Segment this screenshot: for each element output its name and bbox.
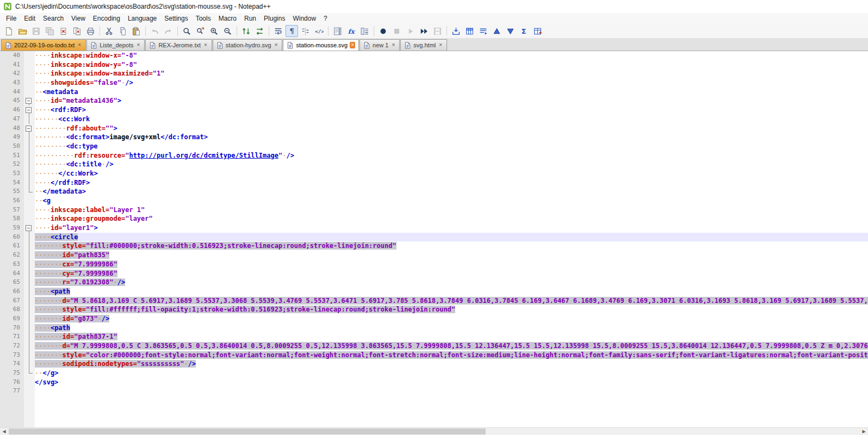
close-all-icon[interactable] — [71, 25, 83, 37]
cut-icon[interactable] — [103, 25, 115, 37]
fold-margin[interactable]: − — [24, 124, 35, 133]
code-line-57[interactable]: 57····inkscape:label="Layer 1" — [0, 206, 868, 215]
line-number[interactable]: 71 — [0, 332, 24, 341]
line-number[interactable]: 77 — [0, 387, 24, 396]
code-line-76[interactable]: 76</svg> — [0, 378, 868, 387]
code-line-68[interactable]: 68·······style="fill:#ffffff;fill-opacit… — [0, 305, 868, 314]
line-number[interactable]: 50 — [0, 142, 24, 151]
line-number[interactable]: 70 — [0, 324, 24, 333]
line-number[interactable]: 64 — [0, 269, 24, 278]
menu-item-encoding[interactable]: Encoding — [89, 14, 124, 23]
sync-horizontal-icon[interactable] — [253, 25, 266, 37]
save-all-icon[interactable] — [44, 25, 56, 37]
menu-item-plugins[interactable]: Plugins — [260, 14, 289, 23]
menu-item-view[interactable]: View — [67, 14, 89, 23]
line-number[interactable]: 72 — [0, 341, 24, 351]
line-number[interactable]: 56 — [0, 196, 24, 206]
code-line-45[interactable]: 45−····id="metadata1436"> — [0, 96, 868, 105]
tab-close-icon[interactable]: × — [203, 42, 208, 48]
code-line-75[interactable]: 75··</g> — [0, 369, 868, 378]
code-line-58[interactable]: 58····inkscape:groupmode="layer" — [0, 214, 868, 223]
find-icon[interactable] — [181, 25, 193, 37]
tab-close-icon[interactable]: × — [438, 42, 443, 48]
horizontal-scrollbar[interactable]: ◀ ▶ — [0, 427, 868, 435]
code-line-47[interactable]: 47······<cc:Work — [0, 115, 868, 124]
close-icon[interactable] — [57, 25, 70, 37]
code-line-46[interactable]: 46−····<rdf:RDF> — [0, 105, 868, 115]
line-number[interactable]: 44 — [0, 88, 24, 97]
line-number[interactable]: 41 — [0, 60, 24, 70]
function-list-icon[interactable]: fx — [345, 25, 357, 37]
line-number[interactable]: 52 — [0, 160, 24, 169]
tab-close-icon[interactable]: × — [77, 42, 82, 48]
plugin-sort-desc-icon[interactable] — [504, 25, 517, 37]
line-number[interactable]: 63 — [0, 260, 24, 269]
scroll-right-arrow-icon[interactable]: ▶ — [860, 428, 868, 435]
tab-close-icon[interactable]: × — [274, 42, 279, 48]
code-line-43[interactable]: 43····showguides="false"·/> — [0, 78, 868, 88]
line-number[interactable]: 73 — [0, 351, 24, 360]
menu-item-edit[interactable]: Edit — [20, 14, 39, 23]
sync-vertical-icon[interactable] — [240, 25, 252, 37]
save-icon[interactable] — [30, 25, 42, 37]
document-map-icon[interactable] — [331, 25, 344, 37]
fold-collapse-icon[interactable]: − — [26, 98, 32, 104]
fold-collapse-icon[interactable]: − — [26, 126, 32, 132]
menu-item-window[interactable]: Window — [289, 14, 320, 23]
line-number[interactable]: 58 — [0, 214, 24, 223]
code-line-60[interactable]: 60····<circle — [0, 233, 868, 242]
line-number[interactable]: 51 — [0, 151, 24, 160]
replace-icon[interactable] — [194, 25, 207, 37]
print-icon[interactable] — [84, 25, 97, 37]
tab-2022-09-19-os-todo-txt[interactable]: 2022-09-19-os-todo.txt× — [1, 39, 86, 51]
tab-station-mousse-svg[interactable]: station-mousse.svg× — [283, 39, 359, 51]
code-line-77[interactable]: 77 — [0, 387, 868, 396]
line-number[interactable]: 43 — [0, 78, 24, 88]
zoom-out-icon[interactable] — [221, 25, 234, 37]
plugin-sort-asc-icon[interactable] — [491, 25, 503, 37]
code-line-44[interactable]: 44··<metadata — [0, 88, 868, 97]
menu-item-run[interactable]: Run — [240, 14, 260, 23]
line-number[interactable]: 68 — [0, 305, 24, 314]
code-line-42[interactable]: 42····inkscape:window-maximized="1" — [0, 69, 868, 78]
plugin-align-icon[interactable] — [477, 25, 489, 37]
line-number[interactable]: 60 — [0, 233, 24, 242]
editor[interactable]: 40····inkscape:window-x="-8"41····inksca… — [0, 51, 868, 435]
code-line-49[interactable]: 49········<dc:format>image/svg+xml</dc:f… — [0, 133, 868, 142]
tab-close-icon[interactable]: × — [390, 42, 396, 48]
tab-new-1[interactable]: new 1× — [359, 39, 400, 51]
line-number[interactable]: 75 — [0, 369, 24, 378]
code-line-65[interactable]: 65·······r="7.0192308"·/> — [0, 278, 868, 287]
line-number[interactable]: 76 — [0, 378, 24, 387]
fold-margin[interactable]: − — [24, 105, 35, 115]
code-line-53[interactable]: 53······</cc:Work> — [0, 169, 868, 178]
line-number[interactable]: 69 — [0, 314, 24, 324]
plugin-sum-icon[interactable]: Σ — [518, 25, 530, 37]
code-line-51[interactable]: 51··········rdf:resource="http://purl.or… — [0, 151, 868, 160]
code-line-69[interactable]: 69·······id="g873"·/> — [0, 314, 868, 324]
new-file-icon[interactable] — [3, 25, 15, 37]
undo-icon[interactable] — [148, 25, 161, 37]
fold-collapse-icon[interactable]: − — [26, 225, 32, 231]
code-line-70[interactable]: 70····<path — [0, 324, 868, 333]
menu-item-language[interactable]: Language — [124, 14, 160, 23]
tab-rex-jerome-txt[interactable]: REX-Jerome.txt× — [145, 39, 212, 51]
code-line-40[interactable]: 40····inkscape:window-x="-8" — [0, 51, 868, 60]
plugin-export-icon[interactable] — [450, 25, 462, 37]
macro-run-multiple-icon[interactable] — [418, 25, 430, 37]
open-file-icon[interactable] — [16, 25, 29, 37]
line-number[interactable]: 54 — [0, 178, 24, 188]
tab-station-hydro-svg[interactable]: station-hydro.svg× — [213, 39, 283, 51]
line-number[interactable]: 74 — [0, 359, 24, 369]
menu-item-file[interactable]: File — [2, 14, 20, 23]
menu-item-tools[interactable]: Tools — [192, 14, 215, 23]
code-line-64[interactable]: 64·······cy="7.9999986" — [0, 269, 868, 278]
fold-margin[interactable]: − — [24, 223, 35, 233]
show-all-characters-icon[interactable]: ¶ — [286, 25, 298, 37]
macro-play-icon[interactable] — [404, 25, 417, 37]
tab-svg-html[interactable]: svg.html× — [400, 39, 447, 51]
zoom-in-icon[interactable] — [208, 25, 220, 37]
line-number[interactable]: 53 — [0, 169, 24, 178]
line-number[interactable]: 48 — [0, 124, 24, 133]
line-number[interactable]: 40 — [0, 51, 24, 60]
